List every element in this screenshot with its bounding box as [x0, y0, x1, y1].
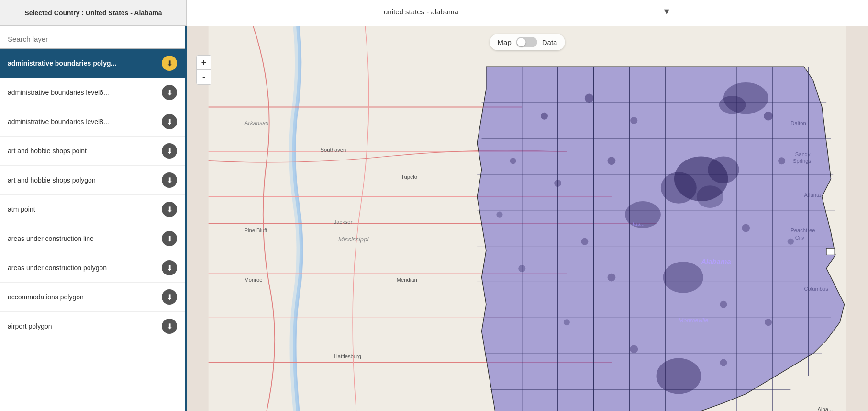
map-data-toggle: Map Data: [490, 34, 565, 50]
svg-text:Mississippi: Mississippi: [338, 236, 369, 243]
layer-item[interactable]: areas under construction line⬇: [0, 224, 185, 253]
svg-point-49: [719, 96, 746, 114]
svg-text:Alba...: Alba...: [817, 406, 833, 411]
layer-item[interactable]: administrative boundaries level6...⬇: [0, 78, 185, 107]
country-selector-area: united states - alabamaunited states - a…: [187, 7, 868, 19]
layer-name: art and hobbie shops point: [8, 147, 162, 155]
layer-name: areas under construction line: [8, 235, 162, 242]
country-dropdown-wrapper[interactable]: united states - alabamaunited states - a…: [384, 7, 671, 19]
layer-name: art and hobbie shops polygon: [8, 176, 162, 184]
svg-point-58: [554, 180, 561, 187]
zoom-controls: + -: [196, 55, 211, 85]
layer-list: administrative boundaries polyg...⬇admin…: [0, 49, 185, 411]
map-container: Map Data + -: [187, 26, 868, 411]
layer-item[interactable]: accommodations polygon⬇: [0, 283, 185, 312]
svg-point-71: [720, 359, 727, 366]
svg-point-46: [708, 156, 739, 183]
download-button[interactable]: ⬇: [162, 231, 177, 246]
zoom-out-button[interactable]: -: [197, 70, 211, 84]
svg-rect-72: [826, 248, 835, 255]
layer-name: areas under construction polygon: [8, 264, 162, 272]
layer-name: administrative boundaries level8...: [8, 118, 162, 126]
svg-point-55: [630, 117, 637, 124]
svg-point-66: [608, 274, 616, 282]
country-dropdown[interactable]: united states - alabamaunited states - a…: [384, 8, 658, 16]
svg-point-59: [608, 157, 616, 165]
map-svg: Arkansas Pine Bluff Monroe Mississippi S…: [187, 26, 868, 411]
svg-text:Tupelo: Tupelo: [401, 174, 417, 180]
svg-point-68: [564, 319, 570, 325]
svg-point-52: [657, 358, 701, 394]
download-button[interactable]: ⬇: [162, 56, 177, 71]
search-layer-container[interactable]: [0, 26, 185, 49]
main-content: administrative boundaries polyg...⬇admin…: [0, 26, 868, 411]
svg-text:Tus...: Tus...: [632, 221, 645, 227]
layer-name: administrative boundaries level6...: [8, 89, 162, 96]
svg-point-60: [778, 157, 785, 164]
svg-point-67: [720, 301, 727, 308]
layer-item[interactable]: administrative boundaries polyg...⬇: [0, 49, 185, 78]
svg-point-54: [585, 93, 594, 103]
svg-text:Alabama: Alabama: [701, 257, 731, 265]
layer-name: accommodations polygon: [8, 293, 162, 301]
svg-point-57: [510, 158, 516, 164]
svg-point-62: [581, 238, 588, 245]
zoom-in-button[interactable]: +: [197, 56, 211, 70]
svg-point-56: [764, 112, 773, 121]
layer-item[interactable]: atm point⬇: [0, 195, 185, 224]
svg-point-53: [541, 113, 548, 120]
sidebar: administrative boundaries polyg...⬇admin…: [0, 26, 187, 411]
svg-point-47: [697, 185, 723, 208]
download-button[interactable]: ⬇: [162, 319, 177, 334]
download-button[interactable]: ⬇: [162, 85, 177, 100]
svg-point-63: [742, 224, 750, 232]
svg-text:Pine Bluff: Pine Bluff: [245, 228, 268, 234]
svg-point-61: [496, 212, 502, 218]
selected-country-label: Selected Country : United States - Alaba…: [24, 9, 162, 17]
download-button[interactable]: ⬇: [162, 260, 177, 275]
search-layer-input[interactable]: [8, 35, 177, 43]
layer-item[interactable]: art and hobbie shops polygon⬇: [0, 166, 185, 195]
layer-name: atm point: [8, 206, 162, 213]
layer-item[interactable]: airport polygon⬇: [0, 312, 185, 341]
svg-text:Monroeville: Monroeville: [679, 317, 708, 324]
svg-text:Hattiesburg: Hattiesburg: [334, 354, 361, 359]
layer-item[interactable]: administrative boundaries level8...⬇: [0, 107, 185, 137]
svg-point-65: [518, 265, 525, 272]
svg-point-64: [788, 239, 794, 245]
layer-item[interactable]: areas under construction polygon⬇: [0, 253, 185, 283]
download-button[interactable]: ⬇: [162, 143, 177, 159]
selected-country-box: Selected Country : United States - Alaba…: [0, 0, 187, 26]
layer-item[interactable]: art and hobbie shops point⬇: [0, 137, 185, 166]
svg-point-70: [630, 345, 638, 353]
layer-name: airport polygon: [8, 322, 162, 330]
download-button[interactable]: ⬇: [162, 114, 177, 129]
svg-point-69: [765, 319, 772, 326]
svg-text:Southaven: Southaven: [321, 147, 346, 153]
svg-text:Arkansas: Arkansas: [244, 120, 269, 126]
top-header: Selected Country : United States - Alaba…: [0, 0, 868, 26]
svg-text:Jackson: Jackson: [334, 219, 354, 225]
svg-text:Meridian: Meridian: [397, 277, 417, 283]
data-label: Data: [542, 38, 557, 46]
layer-name: administrative boundaries polyg...: [8, 59, 162, 67]
svg-text:Monroe: Monroe: [245, 277, 263, 283]
toggle-switch[interactable]: [516, 37, 537, 47]
download-button[interactable]: ⬇: [162, 172, 177, 188]
dropdown-arrow-icon: ▼: [662, 7, 671, 17]
svg-point-45: [661, 172, 697, 204]
download-button[interactable]: ⬇: [162, 289, 177, 305]
map-label: Map: [498, 38, 512, 46]
svg-point-51: [663, 262, 703, 293]
download-button[interactable]: ⬇: [162, 202, 177, 217]
